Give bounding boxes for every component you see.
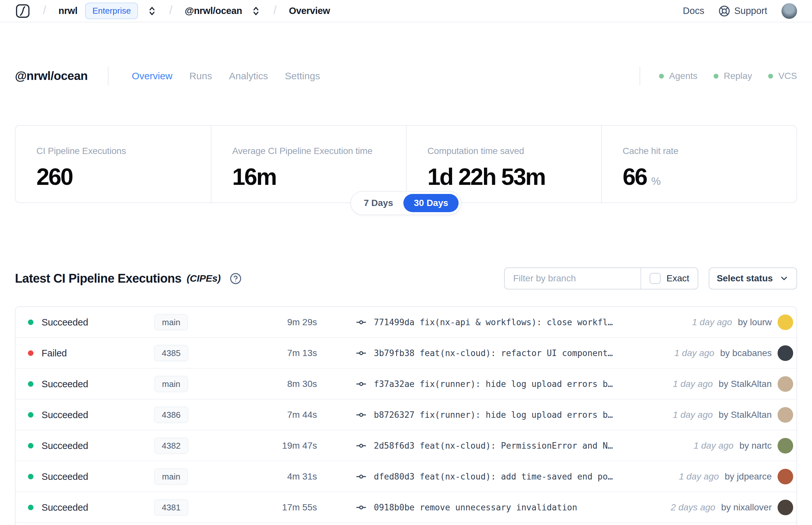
author: by StalkAltan [719,379,772,389]
avatar [778,469,793,484]
status-text: Succeeded [42,378,88,389]
help-circle-icon[interactable] [230,273,242,285]
git-commit-icon [356,348,367,359]
stat-label: CI Pipeline Executions [36,146,198,156]
stat-value: 66 [623,163,647,190]
branch-badge[interactable]: 4385 [154,345,188,361]
status-dot [28,412,33,418]
commit-link[interactable]: dfed80d3 feat(nx-cloud): add time-saved … [356,471,613,482]
enterprise-badge[interactable]: Enterprise [85,3,138,19]
page: / nrwl Enterprise / @nrwl/ocean / Overvi… [0,0,812,525]
time-ago: 2 days ago [671,502,715,513]
stat-label: Average CI Pipeline Execution time [232,146,393,156]
avatar [778,500,793,515]
range-7-days-button[interactable]: 7 Days [353,194,403,212]
branch-badge[interactable]: main [154,376,188,392]
author: by nixallover [721,502,772,513]
git-commit-icon [356,440,367,451]
tab-overview[interactable]: Overview [132,71,172,81]
avatar [778,407,793,423]
breadcrumb-page: Overview [289,5,330,16]
life-buoy-icon [718,5,730,17]
status-label: VCS [778,71,797,81]
divider [108,66,108,86]
docs-link[interactable]: Docs [683,5,704,16]
nx-cloud-logo-icon[interactable] [15,3,31,19]
workspace-header: @nrwl/ocean Overview Runs Analytics Sett… [15,64,797,88]
duration: 19m 47s [227,440,317,451]
stat-suffix: % [651,175,661,188]
author: by jdpearce [725,471,772,482]
topbar-actions: Docs Support [683,3,797,19]
branch-badge[interactable]: main [154,314,188,330]
branch-filter-input[interactable] [505,268,641,289]
select-status-dropdown[interactable]: Select status [709,267,797,289]
branch-badge[interactable]: 4382 [154,437,188,454]
branch-badge[interactable]: 4381 [154,499,188,515]
time-ago: 1 day ago [692,317,732,328]
status-dot [28,381,33,387]
status-vcs[interactable]: VCS [768,71,797,81]
table-row[interactable]: Succeeded 4386 7m 44s b8726327 fix(runne… [16,400,796,431]
branch-badge[interactable]: 4386 [154,406,188,423]
commit-link[interactable]: b8726327 fix(runner): hide log upload er… [356,409,613,420]
status-dot [28,319,33,325]
user-avatar[interactable] [781,3,797,19]
green-dot-icon [768,74,773,79]
author: by nartc [739,440,772,451]
duration: 9m 29s [227,317,317,328]
green-dot-icon [659,74,664,79]
commit-link[interactable]: f37a32ae fix(runner): hide log upload er… [356,378,613,390]
tab-settings[interactable]: Settings [285,71,320,81]
table-row[interactable]: Succeeded main 4m 31s dfed80d3 feat(nx-c… [16,461,796,492]
breadcrumb-workspace[interactable]: @nrwl/ocean [185,5,242,16]
author: by StalkAltan [719,410,772,420]
duration: 8m 30s [227,379,317,389]
status-dot [28,350,33,356]
commit-link[interactable]: 3b79fb38 feat(nx-cloud): refactor UI com… [356,348,613,359]
tab-runs[interactable]: Runs [189,71,212,81]
commit-link[interactable]: 2d58f6d3 feat(nx-cloud): PermissionError… [356,440,613,451]
avatar [778,314,793,330]
status-label: Agents [669,71,698,81]
duration: 7m 44s [227,410,317,420]
status-label: Replay [724,71,752,81]
commit-message: b8726327 fix(runner): hide log upload er… [374,410,613,420]
range-30-days-button[interactable]: 30 Days [403,194,459,212]
tab-analytics[interactable]: Analytics [229,71,268,81]
breadcrumb-separator: / [43,3,46,17]
stat-value: 260 [36,163,73,190]
table-row[interactable]: Succeeded main 8m 30s f37a32ae fix(runne… [16,369,796,400]
stat-label: Computation time saved [427,146,588,156]
avatar [778,345,793,361]
commit-message: 771499da fix(nx-api & workflows): close … [374,317,613,327]
git-commit-icon [356,317,367,328]
breadcrumb: / nrwl Enterprise / @nrwl/ocean / Overvi… [15,3,330,19]
branch-filter-group: Exact [504,267,698,289]
row-meta: 1 day ago by bcabanes [674,345,793,361]
exact-checkbox[interactable] [649,273,661,284]
exact-match-toggle[interactable]: Exact [641,268,698,289]
support-link[interactable]: Support [718,5,767,17]
avatar [778,376,793,392]
workspace-selector-chevrons-icon[interactable] [251,5,261,17]
green-dot-icon [714,74,718,79]
table-row[interactable]: Succeeded main 9m 29s 771499da fix(nx-ap… [16,307,796,338]
status-dot [28,505,33,510]
commit-link[interactable]: 771499da fix(nx-api & workflows): close … [356,317,613,328]
table-row[interactable]: Succeeded 4382 19m 47s 2d58f6d3 feat(nx-… [16,431,796,461]
commit-link[interactable]: 0918b0be remove unnecessary invalidation [356,502,577,513]
breadcrumb-separator: / [169,3,172,17]
table-row[interactable]: Failed 4385 7m 13s 3b79fb38 feat(nx-clou… [16,338,796,369]
table-row[interactable]: Succeeded 4381 17m 55s 0918b0be remove u… [16,492,796,523]
cipe-section-header: Latest CI Pipeline Executions (CIPEs) Ex… [15,267,797,290]
org-selector-chevrons-icon[interactable] [147,5,157,17]
breadcrumb-org[interactable]: nrwl [59,5,77,16]
branch-badge[interactable]: main [154,468,188,485]
commit-message: dfed80d3 feat(nx-cloud): add time-saved … [374,472,613,481]
chevron-down-icon [779,273,789,283]
status-replay[interactable]: Replay [714,71,752,81]
breadcrumb-separator: / [273,3,276,17]
divider [640,66,640,86]
status-agents[interactable]: Agents [659,71,698,81]
